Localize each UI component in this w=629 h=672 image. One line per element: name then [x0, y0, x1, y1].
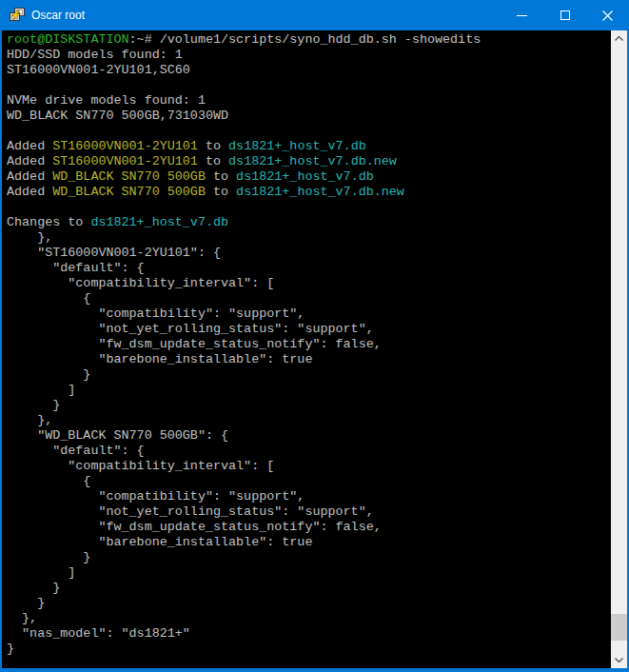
terminal-line: } [7, 398, 611, 413]
putty-icon[interactable] [9, 8, 26, 23]
chevron-down-icon [615, 658, 623, 662]
terminal-line: "compatibility_interval": [ [7, 276, 611, 291]
scroll-down-button[interactable] [611, 652, 627, 668]
terminal-line: } [7, 596, 611, 611]
title-bar[interactable]: Oscar root [0, 0, 629, 30]
terminal-line: }, [7, 611, 611, 626]
maximize-icon [560, 10, 570, 20]
terminal-line: ] [7, 565, 611, 581]
terminal-line: "WD_BLACK SN770 500GB": { [7, 428, 611, 444]
terminal-line: "ST16000VN001-2YU101": { [7, 246, 611, 261]
window-title: Oscar root [31, 9, 85, 22]
terminal-line: } [7, 367, 611, 383]
terminal-line: "not_yet_rolling_status": "support", [7, 504, 611, 520]
terminal-line: "nas_model": "ds1821+" [7, 626, 611, 642]
maximize-button[interactable] [543, 0, 586, 30]
terminal-line: WD_BLACK SN770 500GB,731030WD [7, 109, 611, 124]
terminal-line: } [7, 550, 611, 565]
scrollbar[interactable] [611, 30, 627, 668]
scrollbar-thumb[interactable] [611, 614, 627, 641]
terminal-line: HDD/SSD models found: 1 [7, 48, 611, 63]
terminal-line: Added WD_BLACK SN770 500GB to ds1821+_ho… [7, 169, 611, 185]
terminal-line: "not_yet_rolling_status": "support", [7, 322, 611, 337]
terminal-line: root@DISKSTATION:~# /volume1/scripts/syn… [7, 32, 611, 48]
close-button[interactable] [586, 0, 629, 30]
terminal-line: Added WD_BLACK SN770 500GB to ds1821+_ho… [7, 185, 611, 200]
close-icon [602, 10, 613, 21]
terminal-line: Changes to ds1821+_host_v7.db [7, 215, 611, 230]
terminal-line [7, 124, 611, 139]
terminal-line: "compatibility_interval": [ [7, 459, 611, 474]
terminal-line [7, 78, 611, 93]
minimize-button[interactable] [501, 0, 543, 30]
terminal-line: "default": { [7, 261, 611, 276]
terminal-output: root@DISKSTATION:~# /volume1/scripts/syn… [7, 32, 611, 657]
terminal-line: Added ST16000VN001-2YU101 to ds1821+_hos… [7, 139, 611, 154]
terminal-line [7, 200, 611, 215]
terminal-line: "fw_dsm_update_status_notify": false, [7, 337, 611, 352]
terminal-line: } [7, 581, 611, 596]
terminal-line: "barebone_installable": true [7, 352, 611, 367]
minimize-icon [517, 15, 527, 16]
terminal-line: }, [7, 413, 611, 428]
terminal-line: "fw_dsm_update_status_notify": false, [7, 520, 611, 535]
terminal-line: } [7, 642, 611, 657]
terminal-line: { [7, 291, 611, 306]
terminal-line: }, [7, 230, 611, 246]
terminal-line: ST16000VN001-2YU101,SC60 [7, 63, 611, 78]
terminal-line: "compatibility": "support", [7, 306, 611, 322]
terminal-line: NVMe drive models found: 1 [7, 93, 611, 109]
putty-window: Oscar root root@DISKSTATION:~# /volume1/… [0, 0, 629, 672]
scroll-up-button[interactable] [611, 30, 627, 47]
terminal-line: "compatibility": "support", [7, 489, 611, 504]
chevron-up-icon [615, 36, 623, 41]
terminal-line: "barebone_installable": true [7, 535, 611, 550]
terminal-line: Added ST16000VN001-2YU101 to ds1821+_hos… [7, 154, 611, 169]
terminal-line: { [7, 474, 611, 489]
scrollbar-track[interactable] [611, 47, 627, 652]
terminal-line: ] [7, 383, 611, 398]
terminal-line: "default": { [7, 444, 611, 459]
window-controls [501, 0, 629, 30]
terminal-screen[interactable]: root@DISKSTATION:~# /volume1/scripts/syn… [2, 30, 611, 668]
